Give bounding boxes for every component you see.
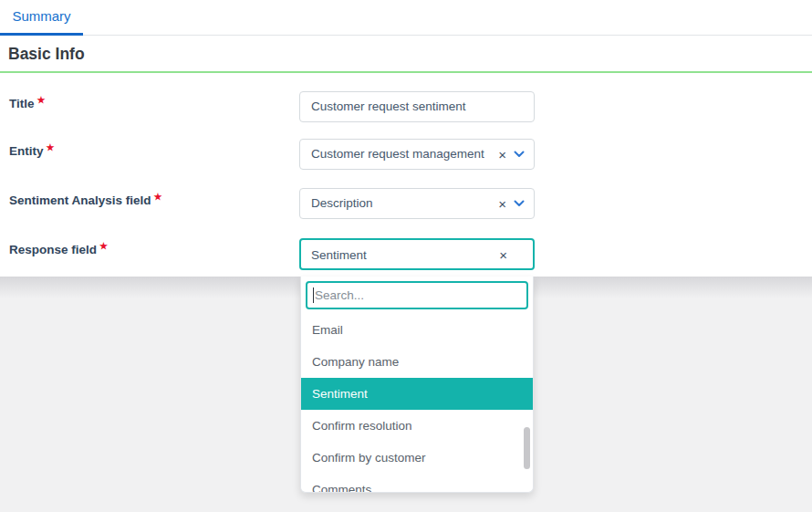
tab-bar: Summary [0,0,812,36]
response-field-select[interactable]: Sentiment × [299,238,535,270]
text-caret [313,287,314,303]
dropdown-option-confirm-by-customer[interactable]: Confirm by customer [301,442,533,474]
sentiment-analysis-field-label-text: Sentiment Analysis field [9,193,151,207]
response-field-label-text: Response field [9,243,97,256]
clear-icon[interactable]: × [499,247,507,261]
dropdown-option-comments[interactable]: Comments [301,474,533,493]
response-field-select-value: Sentiment [311,241,367,269]
sentiment-analysis-field-label: Sentiment Analysis field★ [9,193,162,207]
dropdown-options-list: Email Company name Sentiment Confirm res… [301,314,533,493]
clear-icon[interactable]: × [498,197,506,211]
clear-icon[interactable]: × [498,148,506,162]
section-header: Basic Info [0,37,812,73]
title-input[interactable]: Customer request sentiment [299,91,535,122]
title-input-value: Customer request sentiment [311,92,466,121]
title-label: Title★ [9,97,45,110]
dropdown-option-company-name[interactable]: Company name [301,346,533,378]
chevron-down-icon[interactable] [514,200,525,207]
dropdown-option-email[interactable]: Email [301,314,533,346]
required-star-icon: ★ [99,241,108,251]
title-label-text: Title [9,97,35,110]
required-star-icon: ★ [154,192,162,202]
section-title: Basic Info [8,45,85,64]
entity-select[interactable]: Customer request management × [299,139,535,170]
response-field-dropdown: Email Company name Sentiment Confirm res… [300,277,534,493]
response-field-label: Response field★ [9,243,108,256]
dropdown-search-input[interactable] [306,281,528,309]
tab-summary[interactable]: Summary [0,0,83,36]
entity-label: Entity★ [9,144,54,158]
required-star-icon: ★ [37,95,46,105]
dropdown-scrollbar-thumb[interactable] [524,427,530,469]
entity-label-text: Entity [9,144,44,158]
dropdown-search [306,281,528,309]
dropdown-option-sentiment[interactable]: Sentiment [301,378,533,410]
required-star-icon: ★ [47,142,55,152]
chevron-down-icon[interactable] [514,151,525,158]
dropdown-option-confirm-resolution[interactable]: Confirm resolution [301,410,533,442]
sentiment-analysis-field-select-value: Description [311,189,373,218]
sentiment-analysis-field-select[interactable]: Description × [299,188,535,219]
entity-select-value: Customer request management [311,140,484,169]
